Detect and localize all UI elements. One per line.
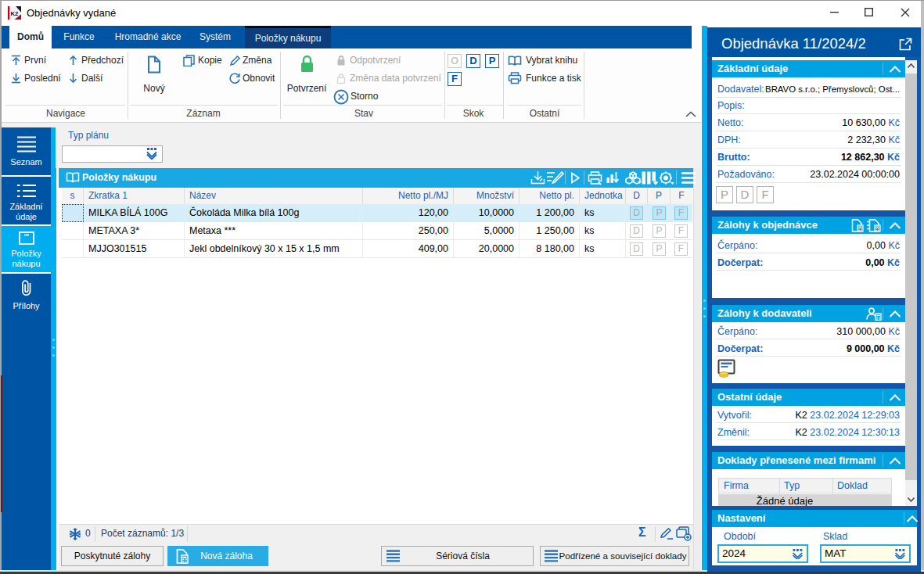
svg-text:K2: K2 (10, 10, 18, 17)
